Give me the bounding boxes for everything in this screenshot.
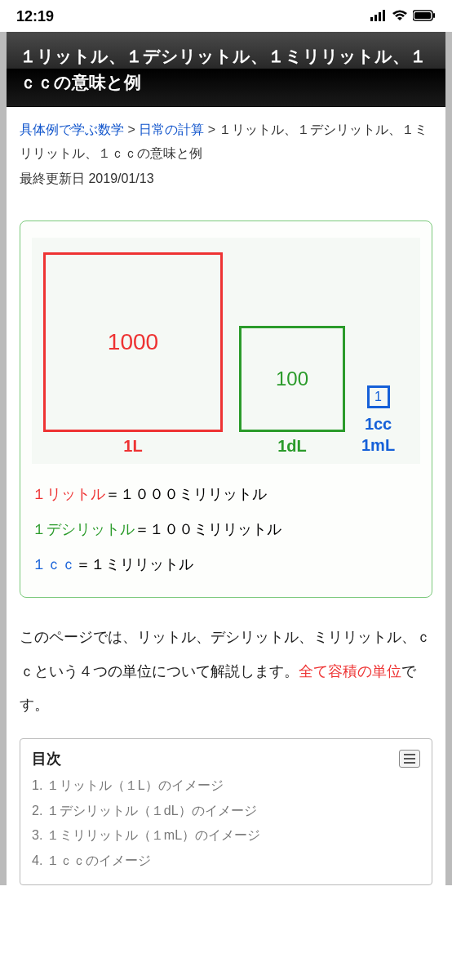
deciliter-value: 100 <box>276 368 308 390</box>
toc-title: 目次 <box>32 749 61 768</box>
table-of-contents: 目次 1. １リットル（１L）のイメージ 2. １デシリットル（１dL）のイメー… <box>20 738 432 885</box>
page-title-text: １リットル、１デシリットル、１ミリリットル、１ｃｃの意味と例 <box>20 47 427 91</box>
equation-list: １リットル＝１０００ミリリットル １デシリットル＝１００ミリリットル １ｃｃ＝１… <box>32 477 420 583</box>
breadcrumb-link-home[interactable]: 具体例で学ぶ数学 <box>20 122 124 136</box>
breadcrumb-sep: > <box>204 122 219 136</box>
status-indicators <box>370 8 436 25</box>
svg-rect-1 <box>374 15 377 21</box>
liter-column: 1000 1L <box>43 252 223 456</box>
toc-item[interactable]: 3. １ミリリットル（１mL）のイメージ <box>32 823 420 848</box>
status-time: 12:19 <box>16 8 54 25</box>
svg-rect-2 <box>379 12 381 21</box>
liter-value: 1000 <box>108 329 158 355</box>
intro-paragraph: このページでは、リットル、デシリットル、ミリリットル、ｃｃという４つの単位につい… <box>20 598 432 738</box>
wifi-icon <box>392 8 408 25</box>
updated-date: 2019/01/13 <box>88 172 153 185</box>
cc-square: 1 <box>367 385 390 408</box>
breadcrumb-sep: > <box>124 122 139 136</box>
page-container: １リットル、１デシリットル、１ミリリットル、１ｃｃの意味と例 具体例で学ぶ数学 … <box>0 32 452 885</box>
last-updated: 最終更新日 2019/01/13 <box>7 171 445 201</box>
toc-list: 1. １リットル（１L）のイメージ 2. １デシリットル（１dL）のイメージ 3… <box>32 773 420 873</box>
toc-toggle-button[interactable] <box>399 750 420 768</box>
breadcrumb-link-category[interactable]: 日常の計算 <box>139 122 204 136</box>
liter-label: 1L <box>123 437 142 456</box>
cc-label: 1cc 1mL <box>361 413 395 456</box>
equation-deciliter: １デシリットル＝１００ミリリットル <box>32 512 420 547</box>
deciliter-square: 100 <box>239 326 345 432</box>
liter-square: 1000 <box>43 252 223 432</box>
svg-rect-5 <box>414 12 431 19</box>
svg-rect-3 <box>383 10 385 21</box>
battery-icon <box>413 8 436 25</box>
equation-cc: １ｃｃ＝１ミリリットル <box>32 547 420 582</box>
deciliter-column: 100 1dL <box>239 326 345 456</box>
deciliter-label: 1dL <box>277 437 307 456</box>
svg-rect-0 <box>370 17 373 21</box>
diagram-box: 1000 1L 100 1dL 1 <box>20 220 432 599</box>
page-title: １リットル、１デシリットル、１ミリリットル、１ｃｃの意味と例 <box>7 32 445 107</box>
equation-liter: １リットル＝１０００ミリリットル <box>32 477 420 512</box>
cc-value: 1 <box>374 390 382 404</box>
toc-item[interactable]: 1. １リットル（１L）のイメージ <box>32 773 420 798</box>
signal-icon <box>370 8 387 25</box>
status-bar: 12:19 <box>0 0 452 32</box>
toc-item[interactable]: 4. １ｃｃのイメージ <box>32 849 420 873</box>
breadcrumb: 具体例で学ぶ数学 > 日常の計算 > １リットル、１デシリットル、１ミリリットル… <box>7 107 445 171</box>
intro-highlight: 全て容積の単位 <box>299 663 401 679</box>
diagram-area: 1000 1L 100 1dL 1 <box>32 238 420 464</box>
updated-label: 最終更新日 <box>20 172 88 185</box>
toc-item[interactable]: 2. １デシリットル（１dL）のイメージ <box>32 799 420 823</box>
cc-column: 1 1cc 1mL <box>361 385 395 456</box>
svg-rect-6 <box>433 13 435 18</box>
